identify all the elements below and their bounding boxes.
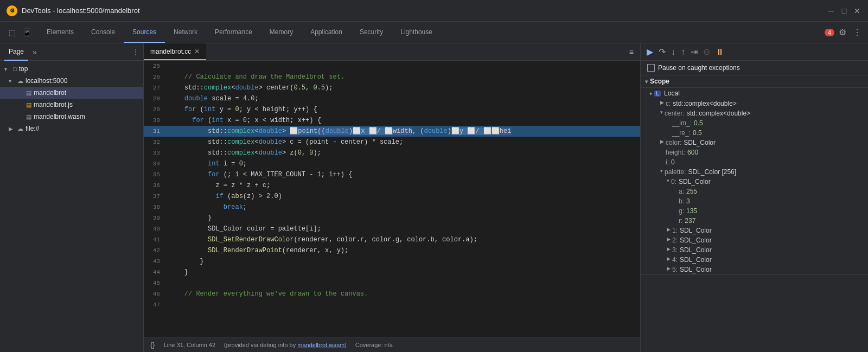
- scope-key-i: i:: [666, 158, 669, 166]
- editor-tab-label: mandelbrot.cc: [150, 48, 191, 55]
- scope-var-p0-g: ▶ g: 135: [641, 206, 868, 216]
- cloud-icon-file: ☁: [17, 125, 23, 132]
- sidebar-tab-page[interactable]: Page: [4, 43, 28, 61]
- scope-val-p3: SDL_Color: [680, 246, 712, 254]
- scope-key-re: __re_:: [672, 129, 691, 137]
- debug-link[interactable]: mandelbrot.wasm: [297, 342, 344, 348]
- step-into-button[interactable]: ↓: [669, 46, 677, 59]
- settings-icon[interactable]: ⚙: [837, 25, 848, 40]
- scope-key-color: color:: [666, 139, 681, 146]
- tab-application[interactable]: Application: [302, 22, 351, 43]
- editor-nav-icon[interactable]: ≡: [627, 46, 636, 59]
- deactivate-button[interactable]: ⊝: [701, 45, 712, 59]
- inspect-icon[interactable]: ⬚: [7, 26, 18, 39]
- sidebar-menu-icon[interactable]: ⋮: [132, 48, 139, 56]
- scope-var-palette-5: ▶ 5: SDL_Color: [641, 265, 868, 274]
- app-icon: ⚙: [7, 5, 17, 16]
- device-icon[interactable]: 📱: [20, 26, 34, 39]
- tree-item-mandelbrot-wasm[interactable]: ▤ mandelbrot.wasm: [0, 111, 143, 123]
- scope-var-p0-b: ▶ b: 3: [641, 196, 868, 206]
- tab-security[interactable]: Security: [351, 22, 392, 43]
- editor-tab-close[interactable]: ✕: [194, 48, 200, 55]
- maximize-button[interactable]: □: [840, 7, 848, 15]
- scope-var-palette-0: ▾ 0: SDL_Color: [641, 177, 868, 187]
- close-button[interactable]: ✕: [853, 7, 861, 15]
- tree-label-localhost: localhost:5000: [25, 77, 67, 85]
- scope-expand-p1[interactable]: ▶: [667, 227, 671, 232]
- scope-local-section: ▾ L Local ▶ c: std::complex<double> ▾ ce…: [641, 88, 868, 275]
- scope-key-p2: 2:: [672, 236, 678, 244]
- code-line-42: 42 SDL_RenderDrawPoint(renderer, x, y);: [144, 245, 640, 256]
- tab-elements[interactable]: Elements: [38, 22, 82, 43]
- tab-network[interactable]: Network: [165, 22, 206, 43]
- code-line-45: 45: [144, 278, 640, 289]
- line-col-text: Line 31, Column 42: [164, 342, 215, 348]
- tree-item-top[interactable]: ▾ □ top: [0, 63, 143, 75]
- scope-local-header[interactable]: ▾ L Local: [641, 88, 868, 99]
- tab-console[interactable]: Console: [82, 22, 124, 43]
- code-scroll[interactable]: 25 26 // Calculate and draw the Mandelbr…: [144, 61, 640, 337]
- sidebar-more-icon[interactable]: »: [33, 48, 37, 56]
- code-line-33: 33 std::complex<double> z(0, 0);: [144, 148, 640, 158]
- code-line-29: 29 for (int y = 0; y < height; y++) {: [144, 104, 640, 115]
- title-text: DevTools - localhost:5000/mandelbrot: [22, 7, 822, 15]
- minimize-button[interactable]: ─: [827, 7, 835, 15]
- coverage-text: Coverage: n/a: [355, 342, 393, 348]
- scope-var-color: ▶ color: SDL_Color: [641, 138, 868, 148]
- scope-val-p0-b: 3: [686, 197, 690, 205]
- tab-sources[interactable]: Sources: [124, 22, 165, 43]
- file-sidebar: Page » ⋮ ▾ □ top ▾ ☁ localhost:5000 ▤ ma…: [0, 43, 144, 352]
- scope-expand-p5[interactable]: ▶: [667, 266, 671, 271]
- scope-panel: ▾ Scope ▾ L Local ▶ c: std::complex<doub…: [641, 75, 868, 352]
- scope-expand-palette[interactable]: ▾: [660, 168, 663, 174]
- window-controls: ─ □ ✕: [827, 7, 861, 15]
- tab-lighthouse[interactable]: Lighthouse: [392, 22, 441, 43]
- tree-item-localhost[interactable]: ▾ ☁ localhost:5000: [0, 75, 143, 87]
- code-line-28: 28 double scale = 4.0;: [144, 93, 640, 104]
- scope-var-palette-1: ▶ 1: SDL_Color: [641, 226, 868, 235]
- scope-val-p0-a: 255: [686, 188, 697, 195]
- tab-performance[interactable]: Performance: [206, 22, 261, 43]
- scope-val-color: SDL_Color: [684, 139, 716, 146]
- code-line-30: 30 for (int x = 0; x < width; x++) {: [144, 115, 640, 126]
- step-over-button[interactable]: ↷: [657, 45, 667, 59]
- tab-memory[interactable]: Memory: [261, 22, 302, 43]
- scope-key-p0-g: g:: [679, 207, 684, 215]
- pause-button[interactable]: ⏸: [714, 46, 726, 59]
- title-bar: ⚙ DevTools - localhost:5000/mandelbrot ─…: [0, 0, 868, 22]
- more-menu-icon[interactable]: ⋮: [851, 25, 864, 40]
- scope-val-p0-g: 135: [686, 207, 697, 215]
- step-out-button[interactable]: ↑: [679, 46, 687, 59]
- scope-expand-p2[interactable]: ▶: [667, 236, 671, 242]
- scope-var-p0-r: ▶ r: 237: [641, 216, 868, 226]
- tree-item-file[interactable]: ▶ ☁ file://: [0, 123, 143, 135]
- pause-exceptions-checkbox[interactable]: [647, 64, 655, 72]
- resume-button[interactable]: ▶: [645, 45, 655, 59]
- scope-expand-p0[interactable]: ▾: [667, 178, 669, 183]
- tree-item-mandelbrot[interactable]: ▤ mandelbrot: [0, 87, 143, 99]
- format-icon[interactable]: {}: [150, 341, 155, 349]
- step-button[interactable]: ⇥: [689, 45, 699, 59]
- scope-expand-center[interactable]: ▾: [660, 110, 663, 115]
- code-line-27: 27 std::complex<double> center(0.5, 0.5)…: [144, 82, 640, 93]
- scope-val-im: 0.5: [694, 119, 703, 127]
- scope-expand-color[interactable]: ▶: [660, 139, 664, 144]
- tab-bar: ⬚ 📱 Elements Console Sources Network Per…: [0, 22, 868, 43]
- scope-key-im: __im_:: [672, 119, 692, 127]
- code-block: 25 26 // Calculate and draw the Mandelbr…: [144, 61, 640, 310]
- editor-tab-mandelbrot[interactable]: mandelbrot.cc ✕: [144, 43, 206, 60]
- file-icon-js: ▤: [26, 101, 31, 108]
- tree-item-mandelbrot-js[interactable]: ▤ mandelbrot.js: [0, 99, 143, 111]
- scope-expand-c[interactable]: ▶: [660, 100, 664, 105]
- scope-expand-p4[interactable]: ▶: [667, 256, 671, 261]
- scope-val-p0-r: 237: [685, 217, 695, 225]
- code-line-44: 44 }: [144, 267, 640, 278]
- scope-val-p2: SDL_Color: [680, 236, 712, 244]
- scope-header[interactable]: ▾ Scope: [641, 75, 868, 88]
- scope-var-height: ▶ height: 600: [641, 148, 868, 157]
- scope-expand-p3[interactable]: ▶: [667, 246, 671, 252]
- code-line-47: 47: [144, 299, 640, 310]
- scope-val-center: std::complex<double>: [687, 110, 750, 117]
- scope-arrow: ▾: [645, 79, 648, 85]
- main-content: Page » ⋮ ▾ □ top ▾ ☁ localhost:5000 ▤ ma…: [0, 43, 868, 352]
